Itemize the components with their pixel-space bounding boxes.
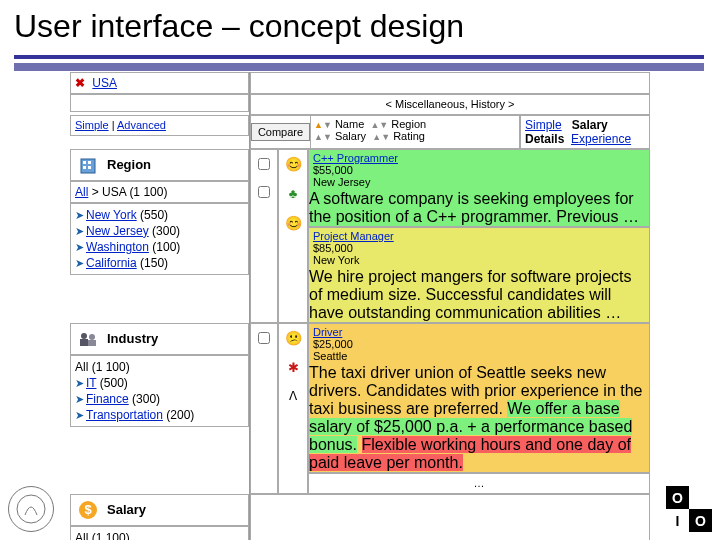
result-desc: Flexible working hours and one day of pa… [309, 436, 631, 471]
result-title[interactable]: C++ Programmer [313, 152, 645, 164]
compare-checkbox[interactable] [258, 158, 270, 170]
tab-details[interactable]: Details [525, 132, 564, 146]
more-ellipsis[interactable]: … [308, 473, 650, 494]
result-desc: We hire project mangers for software pro… [309, 268, 649, 322]
advanced-mode-link[interactable]: Advanced [117, 119, 166, 131]
result-location: New Jersey [313, 176, 645, 188]
sort-name[interactable]: Name [335, 118, 364, 130]
facet-industry-title: Industry [107, 331, 158, 346]
wireframe: ✖ USA < Miscellaneous, History > Simple … [70, 72, 650, 514]
sort-desc-icon[interactable]: ▼ [323, 120, 332, 130]
facet-industry-head: Industry [70, 323, 249, 355]
location-link[interactable]: USA [92, 76, 117, 90]
people-icon [75, 328, 101, 350]
facet-region-title: Region [107, 157, 151, 172]
facet-all-link[interactable]: All [75, 185, 88, 199]
tab-salary[interactable]: Salary [572, 118, 608, 132]
svg-point-11 [17, 495, 45, 523]
burst-icon: ✱ [288, 360, 299, 375]
slide-title: User interface – concept design [14, 8, 706, 45]
compare-button[interactable]: Compare [251, 123, 310, 141]
sad-icon: 😕 [285, 330, 302, 346]
result-salary: $55,000 [313, 164, 645, 176]
result-location: New York [313, 254, 645, 266]
facet-all[interactable]: All (1 100) [75, 530, 244, 540]
person-icon: ᐱ [289, 389, 297, 403]
search-mode: Simple | Advanced [70, 115, 249, 136]
sort-salary[interactable]: Salary [335, 130, 366, 142]
chevron-icon: ➤ [75, 209, 84, 221]
sort-asc-icon[interactable]: ▲ [314, 120, 323, 130]
facet-all[interactable]: All (1 100) [75, 359, 244, 375]
svg-rect-8 [88, 340, 96, 346]
smile-icon: 😊 [285, 215, 302, 231]
result-title[interactable]: Project Manager [313, 230, 645, 242]
location-tag[interactable]: ✖ USA [70, 72, 249, 94]
svg-point-5 [81, 333, 87, 339]
org-logo-right: OIO [666, 486, 712, 532]
facet-item[interactable]: Transportation [86, 408, 163, 422]
building-icon [75, 154, 101, 176]
result-desc: A software company is seeking employees … [309, 190, 649, 226]
result-salary: $25,000 [313, 338, 645, 350]
svg-text:$: $ [84, 502, 92, 517]
divider [14, 63, 704, 71]
tab-simple[interactable]: Simple [525, 118, 562, 132]
svg-rect-1 [83, 161, 86, 164]
tab-experience[interactable]: Experience [571, 132, 631, 146]
facet-item[interactable]: New Jersey [86, 224, 149, 238]
facet-salary-head: $ Salary [70, 494, 249, 526]
facet-item[interactable]: California [86, 256, 137, 270]
compare-checkbox[interactable] [258, 332, 270, 344]
close-icon[interactable]: ✖ [75, 76, 85, 90]
dollar-icon: $ [75, 499, 101, 521]
sort-rating[interactable]: Rating [393, 130, 425, 142]
simple-mode-link[interactable]: Simple [75, 119, 109, 131]
breadcrumb[interactable]: < Miscellaneous, History > [250, 94, 650, 115]
svg-rect-3 [83, 166, 86, 169]
svg-point-6 [89, 334, 95, 340]
org-logo-left [8, 486, 54, 532]
facet-item[interactable]: Washington [86, 240, 149, 254]
facet-item[interactable]: New York [86, 208, 137, 222]
result-salary: $85,000 [313, 242, 645, 254]
clover-icon: ♣ [289, 186, 298, 201]
result-title[interactable]: Driver [313, 326, 645, 338]
svg-rect-2 [88, 161, 91, 164]
compare-checkbox[interactable] [258, 186, 270, 198]
facet-salary-title: Salary [107, 502, 146, 517]
result-location: Seattle [313, 350, 645, 362]
smile-icon: 😊 [285, 156, 302, 172]
facet-region-head: Region [70, 149, 249, 181]
facet-item[interactable]: IT [86, 376, 96, 390]
divider [14, 55, 704, 59]
svg-rect-4 [88, 166, 91, 169]
sort-region[interactable]: Region [391, 118, 426, 130]
svg-rect-7 [80, 339, 88, 346]
facet-item[interactable]: Finance [86, 392, 129, 406]
facet-region-breadcrumb: All > USA (1 100) [70, 181, 249, 203]
